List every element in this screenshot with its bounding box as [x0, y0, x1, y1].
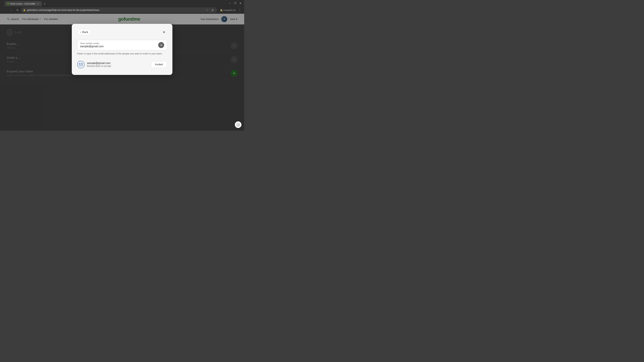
reader-mode-icon[interactable]: ⊞ [210, 8, 215, 12]
remind-link[interactable]: Remind them to accept [87, 65, 148, 67]
invited-item: sample@gmail.com Remind them to accept I… [77, 59, 167, 69]
tab-bar: 🌿 Build a team - GoFundMe ✕ + [3, 0, 48, 6]
tab-close-button[interactable]: ✕ [36, 2, 40, 5]
modal-header: ‹ Back ✕ [77, 29, 167, 35]
svg-rect-1 [79, 63, 82, 66]
close-icon: ✕ [163, 30, 166, 34]
close-modal-button[interactable]: ✕ [161, 29, 167, 35]
invite-modal: ‹ Back ✕ Team member emails sample@gmail… [72, 24, 172, 75]
mail-icon-circle [77, 61, 84, 68]
invited-label: Invited [155, 63, 163, 66]
browser-chrome: 🌿 Build a team - GoFundMe ✕ + ─ ❐ ✕ ← → … [0, 0, 244, 14]
fab-button[interactable] [235, 121, 242, 128]
browser-toolbar: ← → ↻ 🔒 gofundme.com/manage/help-me-fund… [0, 6, 244, 14]
address-text: gofundme.com/manage/help-me-fund-raise-f… [27, 9, 204, 11]
svg-point-2 [237, 123, 240, 126]
tab-favicon-icon: 🌿 [7, 2, 10, 5]
modal-overlay: ‹ Back ✕ Team member emails sample@gmail… [0, 14, 244, 131]
page-content: 🔍 Search For individuals ▾ For charities… [0, 14, 244, 131]
mail-icon [79, 63, 83, 66]
back-chevron-icon: ‹ [80, 31, 81, 34]
invited-info: sample@gmail.com Remind them to accept [87, 62, 148, 67]
titlebar: 🌿 Build a team - GoFundMe ✕ + ─ ❐ ✕ [0, 0, 244, 6]
address-bar[interactable]: 🔒 gofundme.com/manage/help-me-fund-raise… [21, 7, 217, 13]
email-input-container[interactable]: Team member emails sample@gmail.com ✕ [77, 40, 167, 50]
maximize-button[interactable]: ❐ [233, 1, 238, 5]
invited-button[interactable]: Invited [151, 61, 167, 68]
incognito-badge: 🕵 Incognito (2) [219, 8, 237, 12]
active-tab[interactable]: 🌿 Build a team - GoFundMe ✕ [5, 1, 42, 6]
reload-button[interactable]: ↻ [15, 7, 20, 13]
clear-icon: ✕ [160, 43, 162, 47]
close-window-button[interactable]: ✕ [238, 1, 243, 5]
incognito-icon: 🕵 [220, 9, 223, 11]
email-input-inner: Team member emails sample@gmail.com [80, 42, 158, 48]
invited-email: sample@gmail.com [87, 62, 148, 65]
security-icon: 🔒 [23, 9, 26, 11]
minimize-button[interactable]: ─ [228, 1, 232, 5]
address-actions: ☆ ⊞ [205, 8, 215, 12]
new-tab-button[interactable]: + [42, 1, 47, 6]
browser-menu-button[interactable]: ⋮ [238, 8, 242, 12]
forward-nav-button[interactable]: → [8, 7, 14, 13]
fab-icon [236, 123, 240, 126]
helper-text: Paste or type in the email addresses of … [77, 52, 167, 55]
bookmark-icon[interactable]: ☆ [205, 8, 210, 12]
incognito-label: Incognito (2) [224, 9, 236, 11]
back-label: Back [82, 31, 88, 34]
tab-title: Build a team - GoFundMe [10, 2, 36, 5]
back-button[interactable]: ‹ Back [77, 29, 91, 35]
email-input-label: Team member emails [80, 42, 158, 44]
email-input-value[interactable]: sample@gmail.com [80, 45, 158, 48]
clear-email-button[interactable]: ✕ [158, 42, 164, 48]
browser-extra-buttons: 🕵 Incognito (2) ⋮ [219, 8, 242, 12]
back-nav-button[interactable]: ← [2, 7, 8, 13]
